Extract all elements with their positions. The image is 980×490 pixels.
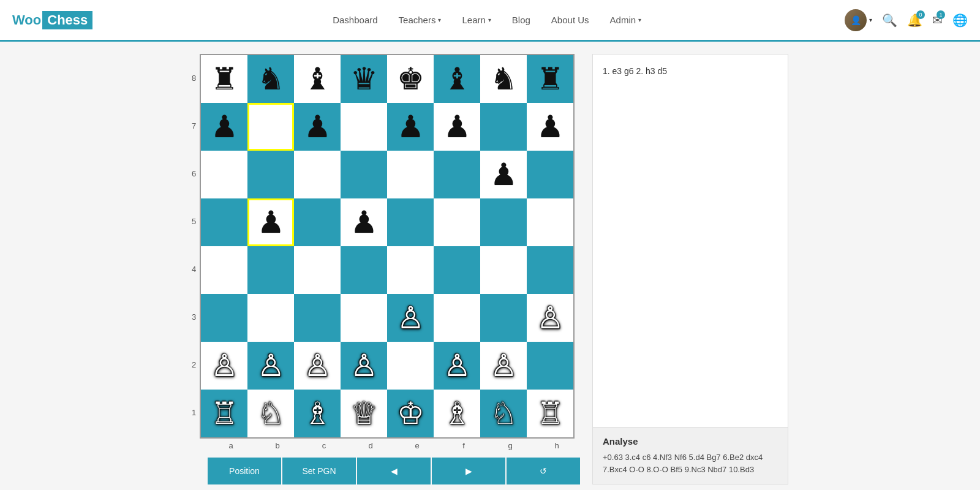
rank-labels: 8 7 6 5 4 3 2 1	[192, 54, 196, 436]
cell-a5[interactable]	[201, 198, 247, 246]
cell-g5[interactable]	[480, 198, 527, 246]
messages-badge: 1	[937, 10, 945, 19]
main-nav: Dashboard Teachers ▾ Learn ▾ Blog About …	[129, 10, 845, 30]
logo-woo: Woo	[12, 12, 41, 28]
cell-a4[interactable]	[201, 246, 247, 294]
nav-dashboard[interactable]: Dashboard	[325, 10, 385, 30]
cell-d2[interactable]: ♙	[341, 342, 387, 390]
cell-b5[interactable]: ♟	[247, 198, 294, 246]
logo-chess: Chess	[42, 11, 92, 29]
cell-e4[interactable]	[387, 246, 434, 294]
cell-a7[interactable]: ♟	[201, 103, 247, 151]
file-b: b	[254, 441, 301, 450]
cell-b7[interactable]	[247, 103, 294, 151]
messages-button[interactable]: ✉ 1	[932, 13, 943, 28]
cell-e6[interactable]	[387, 151, 434, 198]
cell-g4[interactable]	[480, 246, 527, 294]
search-button[interactable]: 🔍	[882, 13, 897, 28]
cell-d5[interactable]: ♟	[341, 198, 387, 246]
admin-dropdown-arrow: ▾	[638, 17, 641, 23]
cell-h6[interactable]	[527, 151, 573, 198]
rank-3: 3	[192, 293, 196, 341]
cell-b6[interactable]	[247, 151, 294, 198]
cell-c3[interactable]	[294, 294, 341, 342]
cell-c8[interactable]: ♝	[294, 55, 341, 103]
piece-d1: ♕	[350, 398, 378, 429]
next-button[interactable]: ▶	[432, 458, 505, 484]
board-buttons: Position Set PGN ◀ ▶ ↺	[208, 458, 580, 484]
cell-g1[interactable]: ♘	[480, 390, 527, 437]
cell-d6[interactable]	[341, 151, 387, 198]
cell-d7[interactable]	[341, 103, 387, 151]
cell-b3[interactable]	[247, 294, 294, 342]
reset-button[interactable]: ↺	[507, 458, 580, 484]
cell-e8[interactable]: ♚	[387, 55, 434, 103]
learn-dropdown-arrow: ▾	[488, 17, 491, 23]
cell-g2[interactable]: ♙	[480, 342, 527, 390]
cell-h3[interactable]: ♙	[527, 294, 573, 342]
cell-g6[interactable]: ♟	[480, 151, 527, 198]
cell-e1[interactable]: ♔	[387, 390, 434, 437]
cell-e3[interactable]: ♙	[387, 294, 434, 342]
user-avatar-container[interactable]: 👤 ▾	[845, 9, 872, 31]
cell-g3[interactable]	[480, 294, 527, 342]
language-button[interactable]: 🌐	[952, 13, 968, 28]
cell-h1[interactable]: ♖	[527, 390, 573, 437]
logo[interactable]: Woo Chess	[12, 11, 92, 29]
cell-f1[interactable]: ♗	[434, 390, 480, 437]
cell-h4[interactable]	[527, 246, 573, 294]
cell-a6[interactable]	[201, 151, 247, 198]
cell-e5[interactable]	[387, 198, 434, 246]
position-button[interactable]: Position	[208, 458, 281, 484]
cell-f2[interactable]: ♙	[434, 342, 480, 390]
cell-a3[interactable]	[201, 294, 247, 342]
nav-learn[interactable]: Learn ▾	[454, 10, 498, 30]
cell-c5[interactable]	[294, 198, 341, 246]
nav-admin[interactable]: Admin ▾	[603, 10, 649, 30]
cell-c4[interactable]	[294, 246, 341, 294]
cell-g7[interactable]	[480, 103, 527, 151]
cell-c7[interactable]: ♟	[294, 103, 341, 151]
cell-b8[interactable]: ♞	[247, 55, 294, 103]
cell-d4[interactable]	[341, 246, 387, 294]
cell-h5[interactable]	[527, 198, 573, 246]
cell-a1[interactable]: ♖	[201, 390, 247, 437]
cell-c1[interactable]: ♗	[294, 390, 341, 437]
cell-d3[interactable]	[341, 294, 387, 342]
piece-f8: ♝	[443, 64, 471, 94]
cell-f7[interactable]: ♟	[434, 103, 480, 151]
cell-a8[interactable]: ♜	[201, 55, 247, 103]
cell-f8[interactable]: ♝	[434, 55, 480, 103]
cell-h8[interactable]: ♜	[527, 55, 573, 103]
cell-f4[interactable]	[434, 246, 480, 294]
cell-e2[interactable]	[387, 342, 434, 390]
rank-4: 4	[192, 245, 196, 293]
cell-a2[interactable]: ♙	[201, 342, 247, 390]
notifications-button[interactable]: 🔔 0	[907, 13, 922, 28]
cell-b4[interactable]	[247, 246, 294, 294]
cell-f6[interactable]	[434, 151, 480, 198]
board-wrapper: 8 7 6 5 4 3 2 1 ♜♞♝♛♚♝♞♜♟♟♟♟♟♟♟♟♙♙♙♙♙♙♙♙…	[192, 54, 575, 439]
cell-f5[interactable]	[434, 198, 480, 246]
chess-board[interactable]: ♜♞♝♛♚♝♞♜♟♟♟♟♟♟♟♟♙♙♙♙♙♙♙♙♖♘♗♕♔♗♘♖	[200, 54, 575, 439]
cell-f3[interactable]	[434, 294, 480, 342]
cell-h7[interactable]: ♟	[527, 103, 573, 151]
cell-d1[interactable]: ♕	[341, 390, 387, 437]
nav-about-us[interactable]: About Us	[544, 10, 597, 30]
cell-d8[interactable]: ♛	[341, 55, 387, 103]
cell-b2[interactable]: ♙	[247, 342, 294, 390]
cell-g8[interactable]: ♞	[480, 55, 527, 103]
right-panel: 1. e3 g6 2. h3 d5 Analyse +0.63 3.c4 c6 …	[592, 54, 788, 484]
piece-a1: ♖	[211, 398, 238, 429]
piece-c8: ♝	[304, 64, 331, 94]
cell-c6[interactable]	[294, 151, 341, 198]
cell-h2[interactable]	[527, 342, 573, 390]
prev-button[interactable]: ◀	[357, 458, 431, 484]
nav-teachers[interactable]: Teachers ▾	[391, 10, 449, 30]
cell-c2[interactable]: ♙	[294, 342, 341, 390]
cell-e7[interactable]: ♟	[387, 103, 434, 151]
cell-b1[interactable]: ♘	[247, 390, 294, 437]
nav-blog[interactable]: Blog	[505, 10, 538, 30]
set-pgn-button[interactable]: Set PGN	[282, 458, 356, 484]
analyse-title: Analyse	[603, 436, 778, 447]
